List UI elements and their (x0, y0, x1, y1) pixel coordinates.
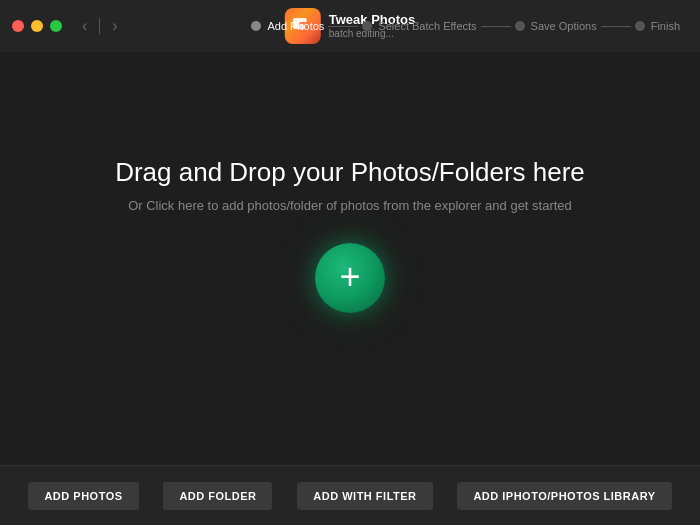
main-content[interactable]: Drag and Drop your Photos/Folders here O… (0, 52, 700, 428)
bottom-bar: ADD PHOTOS ADD FOLDER ADD WITH FILTER AD… (0, 465, 700, 525)
forward-arrow[interactable]: › (108, 15, 121, 37)
drag-drop-title: Drag and Drop your Photos/Folders here (115, 157, 585, 188)
add-button-container: + (315, 243, 385, 313)
step-line-1 (328, 26, 358, 27)
close-button[interactable] (12, 20, 24, 32)
drag-drop-subtitle: Or Click here to add photos/folder of ph… (128, 198, 572, 213)
add-with-filter-button[interactable]: ADD WITH FILTER (297, 482, 432, 510)
titlebar: ‹ › Tweak Photos batch editing... Add Ph… (0, 0, 700, 52)
add-circle-button[interactable]: + (315, 243, 385, 313)
maximize-button[interactable] (50, 20, 62, 32)
step-dot-1 (251, 21, 261, 31)
add-photos-button[interactable]: ADD PHOTOS (28, 482, 138, 510)
step-dot-3 (515, 21, 525, 31)
minimize-button[interactable] (31, 20, 43, 32)
wizard-steps: Add Photos Select Batch Effects Save Opt… (251, 20, 680, 32)
back-arrow[interactable]: ‹ (78, 15, 91, 37)
add-iphoto-button[interactable]: ADD iPHOTO/PHOTOS LIBRARY (457, 482, 671, 510)
plus-icon: + (339, 259, 360, 295)
nav-divider (99, 18, 100, 34)
step-dot-2 (362, 21, 372, 31)
wizard-step-4[interactable]: Finish (635, 20, 680, 32)
step-line-3 (601, 26, 631, 27)
nav-arrows: ‹ › (78, 15, 122, 37)
add-folder-button[interactable]: ADD FOLDER (163, 482, 272, 510)
wizard-step-2[interactable]: Select Batch Effects (362, 20, 476, 32)
wizard-step-1[interactable]: Add Photos (251, 20, 324, 32)
step-line-2 (481, 26, 511, 27)
wizard-step-3[interactable]: Save Options (515, 20, 597, 32)
step-dot-4 (635, 21, 645, 31)
traffic-lights (12, 20, 62, 32)
